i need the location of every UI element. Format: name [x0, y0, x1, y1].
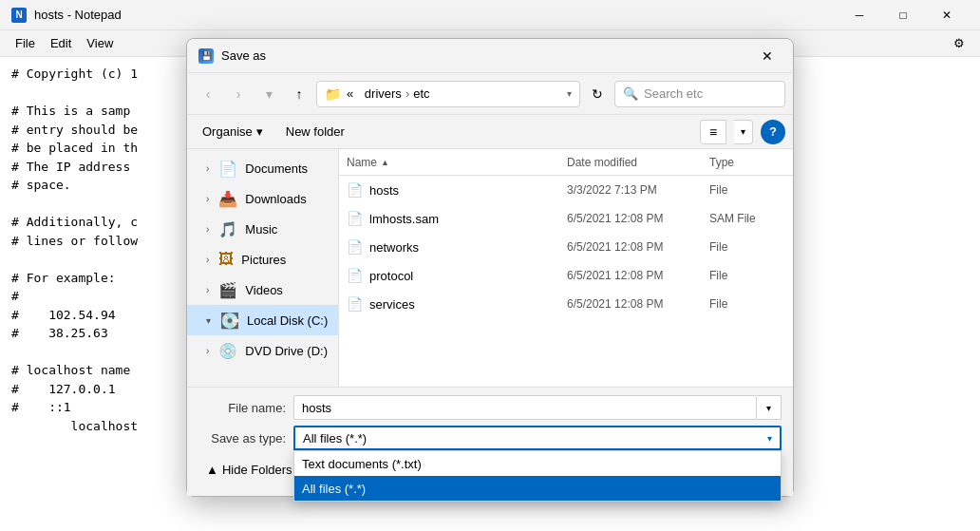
expand-icon: › — [206, 255, 209, 265]
pictures-icon: 🖼 — [218, 251, 234, 268]
back-button[interactable]: ‹ — [195, 81, 221, 107]
file-type: File — [709, 269, 785, 282]
search-placeholder: Search etc — [644, 86, 703, 101]
help-button[interactable]: ? — [761, 120, 785, 144]
sidebar: › 📄 Documents › 📥 Downloads › 🎵 Music › … — [187, 149, 339, 387]
dropdown-chevron: ▾ — [767, 433, 772, 444]
file-icon: 📄 — [347, 268, 362, 283]
dropdown-option-selected[interactable]: All files (*.*) — [294, 476, 781, 501]
file-icon: 📄 — [347, 296, 362, 312]
dialog-icon: 💾 — [198, 48, 214, 64]
view-button[interactable]: ≡ — [700, 120, 726, 144]
savetype-dropdown[interactable]: All files (*.*) ▾ Text documents (*.txt)… — [293, 426, 782, 450]
file-date: 6/5/2021 12:08 PM — [567, 297, 709, 311]
dialog-toolbar: Organise ▾ New folder ≡ ▾ ? — [187, 115, 793, 149]
file-date: 6/5/2021 12:08 PM — [567, 212, 709, 225]
file-type: SAM File — [709, 212, 785, 225]
dropdown-option[interactable]: Text documents (*.txt) — [294, 451, 781, 476]
refresh-button[interactable]: ↻ — [584, 81, 611, 107]
filename-chevron[interactable]: ▾ — [757, 395, 782, 420]
breadcrumb-prefix: « — [347, 86, 353, 101]
view-chevron-button[interactable]: ▾ — [734, 120, 753, 144]
dialog-titlebar: 💾 Save as ✕ — [187, 39, 793, 73]
savetype-label: Save as type: — [198, 431, 293, 446]
expand-icon: › — [206, 224, 209, 235]
forward-button[interactable]: › — [225, 81, 252, 107]
sidebar-item-downloads[interactable]: › 📥 Downloads — [187, 183, 338, 214]
file-date: 6/5/2021 12:08 PM — [567, 240, 709, 254]
sidebar-item-local-disk[interactable]: ▾ 💽 Local Disk (C:) — [187, 305, 338, 335]
file-icon: 📄 — [347, 239, 362, 255]
downloads-icon: 📥 — [218, 190, 237, 208]
breadcrumb-arrow: › — [405, 86, 409, 101]
save-as-dialog: 💾 Save as ✕ ‹ › ▾ ↑ 📁 « drivers › etc ▾ … — [186, 38, 794, 497]
dropdown-selected[interactable]: All files (*.*) ▾ — [293, 426, 782, 450]
dropdown-button[interactable]: ▾ — [255, 81, 282, 107]
breadcrumb-etc[interactable]: etc — [413, 86, 429, 101]
documents-icon: 📄 — [218, 160, 237, 178]
file-list-header: Name ▲ Date modified Type — [339, 149, 793, 176]
table-row[interactable]: 📄 networks 6/5/2021 12:08 PM File — [339, 233, 793, 261]
breadcrumb-folder-icon: 📁 — [325, 86, 341, 102]
expand-icon: › — [206, 285, 209, 295]
dialog-overlay: 💾 Save as ✕ ‹ › ▾ ↑ 📁 « drivers › etc ▾ … — [0, 0, 980, 531]
file-list: Name ▲ Date modified Type 📄 hosts 3/3/20… — [339, 149, 793, 387]
sidebar-label-music: Music — [245, 222, 277, 237]
column-date: Date modified — [567, 156, 709, 169]
new-folder-button[interactable]: New folder — [278, 120, 352, 144]
sidebar-item-videos[interactable]: › 🎬 Videos — [187, 275, 338, 305]
dialog-title: Save as — [221, 48, 753, 63]
sidebar-label-downloads: Downloads — [245, 192, 306, 206]
savetype-row: Save as type: All files (*.*) ▾ Text doc… — [198, 426, 782, 450]
dvd-icon: 💿 — [218, 342, 237, 360]
sidebar-item-pictures[interactable]: › 🖼 Pictures — [187, 244, 338, 275]
file-name: lmhosts.sam — [369, 212, 567, 226]
file-date: 6/5/2021 12:08 PM — [567, 269, 709, 282]
music-icon: 🎵 — [218, 220, 237, 238]
breadcrumb-drivers[interactable]: drivers — [365, 86, 402, 101]
file-type: File — [709, 183, 785, 197]
file-name: protocol — [369, 269, 567, 283]
up-button[interactable]: ↑ — [286, 81, 312, 107]
sidebar-item-dvd[interactable]: › 💿 DVD Drive (D:) — [187, 335, 338, 366]
dialog-close-button[interactable]: ✕ — [753, 45, 782, 67]
file-type: File — [709, 240, 785, 254]
file-date: 3/3/2022 7:13 PM — [567, 183, 709, 197]
expand-icon: › — [206, 346, 209, 356]
expand-icon: › — [206, 163, 209, 174]
column-name[interactable]: Name ▲ — [347, 156, 567, 169]
sidebar-label-local-disk: Local Disk (C:) — [247, 313, 328, 328]
search-bar[interactable]: 🔍 Search etc — [614, 81, 785, 107]
sidebar-label-documents: Documents — [245, 161, 308, 176]
file-icon: 📄 — [347, 182, 362, 198]
breadcrumb-sep1 — [357, 86, 361, 101]
table-row[interactable]: 📄 services 6/5/2021 12:08 PM File — [339, 290, 793, 318]
sidebar-label-dvd: DVD Drive (D:) — [245, 344, 328, 358]
file-icon: 📄 — [347, 211, 362, 226]
dropdown-options: Text documents (*.txt) All files (*.*) — [293, 450, 782, 502]
filename-row: File name: ▾ — [198, 395, 782, 420]
hide-folders-label: Hide Folders — [222, 463, 292, 477]
breadcrumb-chevron: ▾ — [567, 88, 572, 99]
sidebar-item-documents[interactable]: › 📄 Documents — [187, 153, 338, 183]
table-row[interactable]: 📄 protocol 6/5/2021 12:08 PM File — [339, 261, 793, 290]
file-name: networks — [369, 240, 567, 255]
sort-icon: ▲ — [381, 158, 389, 167]
dialog-navbar: ‹ › ▾ ↑ 📁 « drivers › etc ▾ ↻ 🔍 Search e… — [187, 73, 793, 115]
file-type: File — [709, 297, 785, 311]
sidebar-item-music[interactable]: › 🎵 Music — [187, 214, 338, 244]
table-row[interactable]: 📄 lmhosts.sam 6/5/2021 12:08 PM SAM File — [339, 204, 793, 233]
hide-folders-button[interactable]: ▲ Hide Folders — [198, 459, 300, 481]
expand-icon: › — [206, 194, 209, 204]
organise-button[interactable]: Organise ▾ — [195, 120, 271, 144]
breadcrumb-bar[interactable]: 📁 « drivers › etc ▾ — [316, 81, 580, 107]
local-disk-icon: 💽 — [220, 312, 239, 330]
table-row[interactable]: 📄 hosts 3/3/2022 7:13 PM File — [339, 176, 793, 204]
dialog-footer: File name: ▾ Save as type: All files (*.… — [187, 387, 793, 496]
videos-icon: 🎬 — [218, 281, 237, 299]
filename-input[interactable] — [293, 395, 757, 420]
filename-label: File name: — [198, 401, 293, 415]
column-type: Type — [709, 156, 785, 169]
sidebar-label-pictures: Pictures — [241, 253, 286, 267]
file-name: services — [369, 297, 567, 312]
